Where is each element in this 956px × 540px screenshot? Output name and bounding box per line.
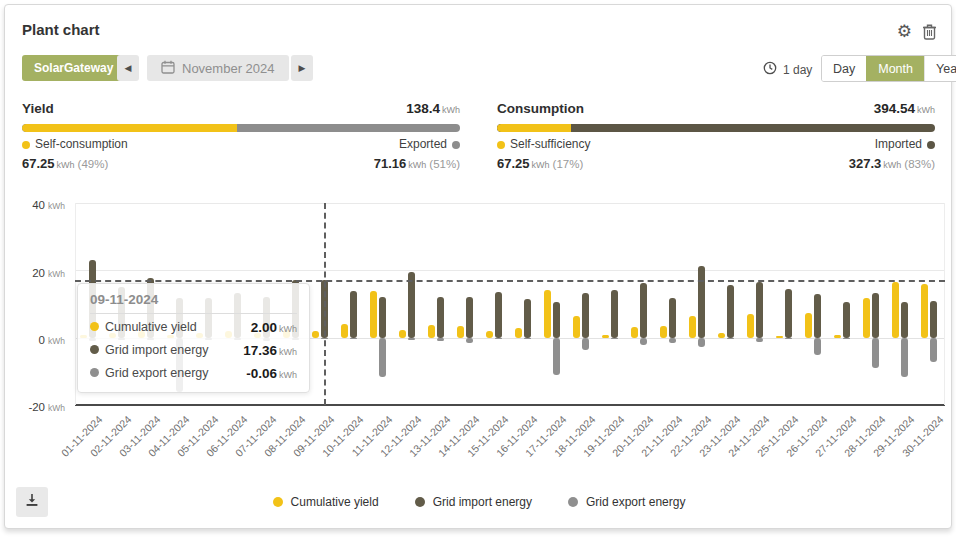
imported-value: 327.3kWh(83%) — [849, 154, 935, 172]
bar-export-14-11-2024[interactable] — [466, 338, 473, 343]
next-month-button[interactable]: ▶ — [291, 55, 313, 81]
bar-import-24-11-2024[interactable] — [756, 282, 763, 338]
delete-trash-icon[interactable] — [922, 23, 937, 40]
calendar-icon — [161, 60, 175, 77]
x-axis-line — [75, 404, 945, 406]
bar-export-23-11-2024[interactable] — [727, 338, 734, 339]
bar-import-29-11-2024[interactable] — [901, 302, 908, 338]
bar-export-19-11-2024[interactable] — [611, 338, 618, 339]
bar-yield-28-11-2024[interactable] — [863, 298, 870, 338]
bar-export-17-11-2024[interactable] — [553, 338, 560, 375]
grid-line — [75, 203, 945, 204]
bar-import-19-11-2024[interactable] — [611, 290, 618, 338]
bar-yield-29-11-2024[interactable] — [892, 282, 899, 338]
series-dot-icon — [90, 368, 99, 377]
bar-export-25-11-2024[interactable] — [785, 338, 792, 339]
bar-yield-09-11-2024[interactable] — [312, 331, 319, 338]
view-month-button[interactable]: Month — [866, 56, 924, 81]
view-day-button[interactable]: Day — [822, 56, 866, 81]
consumption-title: Consumption — [497, 101, 584, 116]
bar-yield-11-11-2024[interactable] — [370, 291, 377, 338]
plant-chart-card: Plant chart ⚙ SolarGateway ◀ November 20… — [4, 4, 952, 529]
bar-export-15-11-2024[interactable] — [495, 338, 502, 339]
y-axis-tick: 20kWh — [5, 263, 65, 281]
tooltip-value: 2.00 — [251, 320, 277, 335]
y-axis-tick: 40kWh — [5, 195, 65, 213]
bar-yield-23-11-2024[interactable] — [718, 333, 725, 338]
chart-legend: Cumulative yieldGrid import energyGrid e… — [5, 495, 953, 509]
bar-import-26-11-2024[interactable] — [814, 294, 821, 338]
self-consumption-dot-icon — [22, 141, 30, 149]
legend-item-grid-import-energy[interactable]: Grid import energy — [415, 495, 532, 509]
bar-export-26-11-2024[interactable] — [814, 338, 821, 355]
bar-export-22-11-2024[interactable] — [698, 338, 705, 347]
bar-yield-30-11-2024[interactable] — [921, 284, 928, 338]
bar-import-17-11-2024[interactable] — [553, 302, 560, 338]
bar-import-18-11-2024[interactable] — [582, 293, 589, 338]
bar-export-29-11-2024[interactable] — [901, 338, 908, 377]
plot-right-edge — [944, 203, 945, 405]
bar-import-21-11-2024[interactable] — [669, 298, 676, 338]
bar-yield-13-11-2024[interactable] — [428, 325, 435, 338]
prev-month-button[interactable]: ◀ — [117, 55, 139, 81]
yield-progress-bar — [22, 124, 460, 132]
bar-export-24-11-2024[interactable] — [756, 338, 763, 342]
bar-import-28-11-2024[interactable] — [872, 293, 879, 338]
bar-export-27-11-2024[interactable] — [843, 338, 850, 339]
bar-export-18-11-2024[interactable] — [582, 338, 589, 350]
consumption-progress-bar — [497, 124, 935, 132]
y-axis-tick: -20kWh — [5, 397, 65, 415]
bar-yield-14-11-2024[interactable] — [457, 326, 464, 338]
bar-import-11-11-2024[interactable] — [379, 297, 386, 338]
bar-import-23-11-2024[interactable] — [727, 285, 734, 338]
bar-yield-27-11-2024[interactable] — [834, 335, 841, 338]
bar-export-13-11-2024[interactable] — [437, 338, 444, 341]
bar-export-11-11-2024[interactable] — [379, 338, 386, 377]
date-picker-button[interactable]: November 2024 — [147, 55, 289, 81]
series-dot-icon — [90, 345, 99, 354]
chevron-right-icon: ▶ — [299, 63, 306, 73]
bar-export-10-11-2024[interactable] — [350, 338, 357, 339]
bar-import-14-11-2024[interactable] — [466, 297, 473, 338]
legend-item-cumulative-yield[interactable]: Cumulative yield — [273, 495, 379, 509]
bar-export-16-11-2024[interactable] — [524, 338, 531, 339]
bar-yield-21-11-2024[interactable] — [660, 326, 667, 338]
bar-import-12-11-2024[interactable] — [408, 272, 415, 338]
bar-yield-19-11-2024[interactable] — [602, 335, 609, 338]
bar-export-21-11-2024[interactable] — [669, 338, 676, 343]
view-year-button[interactable]: Year — [924, 56, 956, 81]
bar-yield-20-11-2024[interactable] — [631, 327, 638, 338]
bar-yield-18-11-2024[interactable] — [573, 316, 580, 338]
bar-export-30-11-2024[interactable] — [930, 338, 937, 362]
bar-yield-22-11-2024[interactable] — [689, 316, 696, 338]
bar-yield-24-11-2024[interactable] — [747, 314, 754, 338]
bar-import-27-11-2024[interactable] — [843, 302, 850, 338]
legend-item-grid-export-energy[interactable]: Grid export energy — [568, 495, 685, 509]
bar-import-16-11-2024[interactable] — [524, 299, 531, 338]
bar-import-25-11-2024[interactable] — [785, 289, 792, 338]
bar-import-10-11-2024[interactable] — [350, 291, 357, 338]
bar-yield-10-11-2024[interactable] — [341, 324, 348, 338]
settings-gear-icon[interactable]: ⚙ — [897, 23, 912, 40]
bar-import-20-11-2024[interactable] — [640, 283, 647, 338]
gateway-button[interactable]: SolarGateway — [22, 55, 125, 81]
bar-export-28-11-2024[interactable] — [872, 338, 879, 368]
bar-import-22-11-2024[interactable] — [698, 266, 705, 338]
bar-import-15-11-2024[interactable] — [495, 292, 502, 338]
bar-yield-16-11-2024[interactable] — [515, 328, 522, 338]
bar-yield-17-11-2024[interactable] — [544, 290, 551, 338]
bar-yield-15-11-2024[interactable] — [486, 331, 493, 338]
bar-import-13-11-2024[interactable] — [437, 297, 444, 338]
tooltip-label: Grid export energy — [105, 366, 246, 380]
bar-yield-12-11-2024[interactable] — [399, 330, 406, 338]
bar-yield-25-11-2024[interactable] — [776, 336, 783, 338]
bar-export-12-11-2024[interactable] — [408, 338, 415, 340]
tooltip-date: 09-11-2024 — [90, 292, 297, 314]
self-sufficiency-dot-icon — [497, 141, 505, 149]
self-sufficiency-label: Self-sufficiency — [510, 137, 590, 151]
bar-export-20-11-2024[interactable] — [640, 338, 647, 345]
bar-yield-26-11-2024[interactable] — [805, 313, 812, 338]
bar-import-30-11-2024[interactable] — [930, 301, 937, 338]
tooltip-value: 17.36 — [243, 343, 277, 358]
page-title: Plant chart — [22, 21, 100, 38]
